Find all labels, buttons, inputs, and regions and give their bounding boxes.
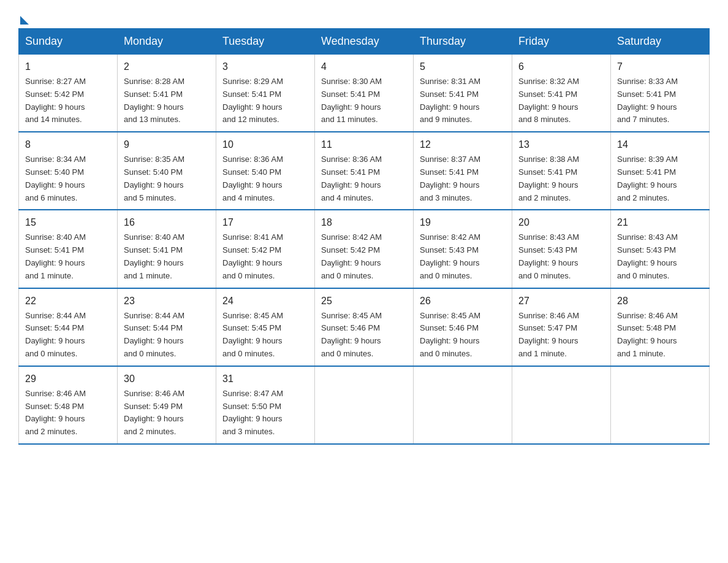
logo-triangle-icon — [20, 16, 29, 25]
calendar-cell: 25Sunrise: 8:45 AM Sunset: 5:46 PM Dayli… — [315, 288, 414, 366]
day-info: Sunrise: 8:40 AM Sunset: 5:41 PM Dayligh… — [25, 231, 111, 282]
day-info: Sunrise: 8:45 AM Sunset: 5:46 PM Dayligh… — [420, 310, 506, 361]
page-header — [18, 12, 710, 22]
day-number: 29 — [25, 372, 111, 386]
calendar-week-row: 1Sunrise: 8:27 AM Sunset: 5:42 PM Daylig… — [19, 55, 710, 132]
day-number: 17 — [222, 215, 308, 230]
day-info: Sunrise: 8:44 AM Sunset: 5:44 PM Dayligh… — [25, 310, 111, 361]
day-info: Sunrise: 8:33 AM Sunset: 5:41 PM Dayligh… — [617, 75, 703, 126]
day-info: Sunrise: 8:41 AM Sunset: 5:42 PM Dayligh… — [222, 231, 308, 282]
calendar-cell: 18Sunrise: 8:42 AM Sunset: 5:42 PM Dayli… — [315, 210, 414, 288]
logo — [18, 12, 29, 22]
calendar-cell: 8Sunrise: 8:34 AM Sunset: 5:40 PM Daylig… — [19, 132, 118, 210]
day-info: Sunrise: 8:34 AM Sunset: 5:40 PM Dayligh… — [25, 153, 111, 204]
day-header-wednesday: Wednesday — [315, 29, 414, 55]
day-info: Sunrise: 8:42 AM Sunset: 5:42 PM Dayligh… — [321, 231, 407, 282]
day-header-sunday: Sunday — [19, 29, 118, 55]
calendar-cell: 28Sunrise: 8:46 AM Sunset: 5:48 PM Dayli… — [611, 288, 710, 366]
day-number: 20 — [518, 215, 604, 230]
calendar-cell: 16Sunrise: 8:40 AM Sunset: 5:41 PM Dayli… — [118, 210, 216, 288]
day-info: Sunrise: 8:27 AM Sunset: 5:42 PM Dayligh… — [25, 75, 111, 126]
day-number: 9 — [124, 137, 210, 152]
calendar-cell: 23Sunrise: 8:44 AM Sunset: 5:44 PM Dayli… — [118, 288, 216, 366]
day-number: 31 — [222, 372, 308, 386]
calendar-week-row: 22Sunrise: 8:44 AM Sunset: 5:44 PM Dayli… — [19, 288, 710, 366]
calendar-cell: 29Sunrise: 8:46 AM Sunset: 5:48 PM Dayli… — [19, 366, 118, 444]
day-info: Sunrise: 8:46 AM Sunset: 5:47 PM Dayligh… — [518, 310, 604, 361]
day-info: Sunrise: 8:38 AM Sunset: 5:41 PM Dayligh… — [518, 153, 604, 204]
calendar-cell: 5Sunrise: 8:31 AM Sunset: 5:41 PM Daylig… — [414, 55, 512, 132]
day-info: Sunrise: 8:44 AM Sunset: 5:44 PM Dayligh… — [124, 310, 210, 361]
day-number: 28 — [617, 294, 703, 308]
day-number: 27 — [518, 294, 604, 308]
calendar-cell: 1Sunrise: 8:27 AM Sunset: 5:42 PM Daylig… — [19, 55, 118, 132]
calendar-cell: 27Sunrise: 8:46 AM Sunset: 5:47 PM Dayli… — [512, 288, 611, 366]
calendar-cell: 17Sunrise: 8:41 AM Sunset: 5:42 PM Dayli… — [216, 210, 315, 288]
day-header-friday: Friday — [512, 29, 611, 55]
day-header-tuesday: Tuesday — [216, 29, 315, 55]
day-number: 1 — [25, 59, 111, 74]
calendar-cell: 12Sunrise: 8:37 AM Sunset: 5:41 PM Dayli… — [414, 132, 512, 210]
calendar-cell — [512, 366, 611, 444]
calendar-cell: 22Sunrise: 8:44 AM Sunset: 5:44 PM Dayli… — [19, 288, 118, 366]
day-number: 24 — [222, 294, 308, 308]
day-number: 23 — [124, 294, 210, 308]
day-number: 3 — [222, 59, 308, 74]
calendar-cell: 4Sunrise: 8:30 AM Sunset: 5:41 PM Daylig… — [315, 55, 414, 132]
calendar-cell: 30Sunrise: 8:46 AM Sunset: 5:49 PM Dayli… — [118, 366, 216, 444]
calendar-week-row: 15Sunrise: 8:40 AM Sunset: 5:41 PM Dayli… — [19, 210, 710, 288]
calendar-week-row: 29Sunrise: 8:46 AM Sunset: 5:48 PM Dayli… — [19, 366, 710, 444]
day-info: Sunrise: 8:29 AM Sunset: 5:41 PM Dayligh… — [222, 75, 308, 126]
calendar-cell: 21Sunrise: 8:43 AM Sunset: 5:43 PM Dayli… — [611, 210, 710, 288]
day-number: 25 — [321, 294, 407, 308]
day-header-thursday: Thursday — [414, 29, 512, 55]
day-header-saturday: Saturday — [611, 29, 710, 55]
calendar-cell: 10Sunrise: 8:36 AM Sunset: 5:40 PM Dayli… — [216, 132, 315, 210]
calendar-cell: 14Sunrise: 8:39 AM Sunset: 5:41 PM Dayli… — [611, 132, 710, 210]
day-number: 4 — [321, 59, 407, 74]
calendar-cell: 26Sunrise: 8:45 AM Sunset: 5:46 PM Dayli… — [414, 288, 512, 366]
day-info: Sunrise: 8:28 AM Sunset: 5:41 PM Dayligh… — [124, 75, 210, 126]
day-number: 12 — [420, 137, 506, 152]
calendar-cell: 9Sunrise: 8:35 AM Sunset: 5:40 PM Daylig… — [118, 132, 216, 210]
calendar-week-row: 8Sunrise: 8:34 AM Sunset: 5:40 PM Daylig… — [19, 132, 710, 210]
day-number: 15 — [25, 215, 111, 230]
calendar-table: SundayMondayTuesdayWednesdayThursdayFrid… — [18, 28, 710, 445]
calendar-cell: 6Sunrise: 8:32 AM Sunset: 5:41 PM Daylig… — [512, 55, 611, 132]
day-number: 8 — [25, 137, 111, 152]
day-number: 2 — [124, 59, 210, 74]
day-number: 6 — [518, 59, 604, 74]
day-number: 16 — [124, 215, 210, 230]
day-info: Sunrise: 8:31 AM Sunset: 5:41 PM Dayligh… — [420, 75, 506, 126]
calendar-cell: 19Sunrise: 8:42 AM Sunset: 5:43 PM Dayli… — [414, 210, 512, 288]
day-number: 26 — [420, 294, 506, 308]
day-info: Sunrise: 8:46 AM Sunset: 5:48 PM Dayligh… — [25, 388, 111, 439]
day-info: Sunrise: 8:42 AM Sunset: 5:43 PM Dayligh… — [420, 231, 506, 282]
day-info: Sunrise: 8:36 AM Sunset: 5:40 PM Dayligh… — [222, 153, 308, 204]
calendar-cell: 13Sunrise: 8:38 AM Sunset: 5:41 PM Dayli… — [512, 132, 611, 210]
calendar-cell: 7Sunrise: 8:33 AM Sunset: 5:41 PM Daylig… — [611, 55, 710, 132]
day-info: Sunrise: 8:46 AM Sunset: 5:49 PM Dayligh… — [124, 388, 210, 439]
day-header-monday: Monday — [118, 29, 216, 55]
calendar-cell: 3Sunrise: 8:29 AM Sunset: 5:41 PM Daylig… — [216, 55, 315, 132]
day-number: 7 — [617, 59, 703, 74]
day-info: Sunrise: 8:45 AM Sunset: 5:46 PM Dayligh… — [321, 310, 407, 361]
header-row: SundayMondayTuesdayWednesdayThursdayFrid… — [19, 29, 710, 55]
calendar-cell — [414, 366, 512, 444]
day-info: Sunrise: 8:35 AM Sunset: 5:40 PM Dayligh… — [124, 153, 210, 204]
day-number: 13 — [518, 137, 604, 152]
calendar-cell: 24Sunrise: 8:45 AM Sunset: 5:45 PM Dayli… — [216, 288, 315, 366]
day-info: Sunrise: 8:40 AM Sunset: 5:41 PM Dayligh… — [124, 231, 210, 282]
calendar-cell — [315, 366, 414, 444]
day-info: Sunrise: 8:45 AM Sunset: 5:45 PM Dayligh… — [222, 310, 308, 361]
calendar-cell: 31Sunrise: 8:47 AM Sunset: 5:50 PM Dayli… — [216, 366, 315, 444]
day-info: Sunrise: 8:43 AM Sunset: 5:43 PM Dayligh… — [518, 231, 604, 282]
day-number: 18 — [321, 215, 407, 230]
day-number: 5 — [420, 59, 506, 74]
day-info: Sunrise: 8:39 AM Sunset: 5:41 PM Dayligh… — [617, 153, 703, 204]
day-number: 30 — [124, 372, 210, 386]
day-info: Sunrise: 8:36 AM Sunset: 5:41 PM Dayligh… — [321, 153, 407, 204]
day-number: 22 — [25, 294, 111, 308]
day-info: Sunrise: 8:30 AM Sunset: 5:41 PM Dayligh… — [321, 75, 407, 126]
calendar-cell: 20Sunrise: 8:43 AM Sunset: 5:43 PM Dayli… — [512, 210, 611, 288]
